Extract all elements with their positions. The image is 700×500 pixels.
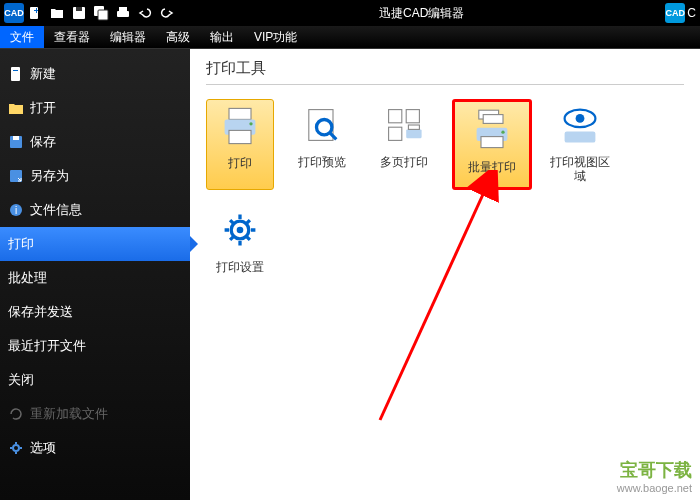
sidebar-item-saveas[interactable]: 另存为 bbox=[0, 159, 190, 193]
redo-icon[interactable] bbox=[156, 2, 178, 24]
save-all-icon[interactable] bbox=[90, 2, 112, 24]
tool-print[interactable]: 打印 bbox=[206, 99, 274, 190]
preview-icon bbox=[300, 103, 344, 147]
tool-printview[interactable]: 打印视图区域 bbox=[546, 99, 614, 190]
content-title: 打印工具 bbox=[206, 59, 684, 85]
tool-label: 打印预览 bbox=[298, 155, 346, 169]
sidebar-item-label: 保存 bbox=[30, 133, 56, 151]
svg-point-20 bbox=[249, 122, 252, 125]
svg-rect-4 bbox=[76, 7, 82, 11]
sidebar-item-save[interactable]: 保存 bbox=[0, 125, 190, 159]
saveas-icon bbox=[8, 168, 24, 184]
content-area: 打印工具 打印 打印预览 多页打印 批量打印 打印视图区域 bbox=[190, 49, 700, 500]
tool-batchprint[interactable]: 批量打印 bbox=[452, 99, 532, 190]
reload-icon bbox=[8, 406, 24, 422]
svg-rect-32 bbox=[481, 137, 503, 148]
tool-label: 多页打印 bbox=[380, 155, 428, 169]
tool-label: 批量打印 bbox=[468, 160, 516, 174]
sidebar-item-label: 另存为 bbox=[30, 167, 69, 185]
open-file-icon[interactable] bbox=[46, 2, 68, 24]
svg-rect-30 bbox=[483, 115, 503, 124]
svg-point-16 bbox=[13, 445, 19, 451]
svg-text:i: i bbox=[15, 205, 17, 216]
new-file-icon[interactable] bbox=[24, 2, 46, 24]
sidebar-item-label: 打印 bbox=[8, 235, 34, 253]
sidebar-item-label: 文件信息 bbox=[30, 201, 82, 219]
titlebar: CAD 迅捷CAD编辑器 CAD C bbox=[0, 0, 700, 26]
svg-rect-19 bbox=[229, 130, 251, 143]
tab-output[interactable]: 输出 bbox=[200, 26, 244, 48]
tab-viewer[interactable]: 查看器 bbox=[44, 26, 100, 48]
menubar: 文件 查看器 编辑器 高级 输出 VIP功能 bbox=[0, 26, 700, 49]
svg-point-35 bbox=[576, 114, 585, 123]
svg-rect-17 bbox=[229, 108, 251, 119]
sidebar-item-reload: 重新加载文件 bbox=[0, 397, 190, 431]
svg-rect-12 bbox=[13, 136, 19, 140]
svg-rect-6 bbox=[98, 10, 108, 20]
tab-advanced[interactable]: 高级 bbox=[156, 26, 200, 48]
svg-rect-8 bbox=[119, 7, 127, 11]
sidebar-item-label: 保存并发送 bbox=[8, 303, 73, 321]
svg-rect-10 bbox=[13, 70, 18, 71]
tool-multipage[interactable]: 多页打印 bbox=[370, 99, 438, 190]
multipage-icon bbox=[382, 103, 426, 147]
sidebar-item-label: 打开 bbox=[30, 99, 56, 117]
sidebar: 新建 打开 保存 另存为 i文件信息 打印 批处理 保存并发送 最近打开文件 关… bbox=[0, 49, 190, 500]
gear-icon bbox=[8, 440, 24, 456]
sidebar-item-recent[interactable]: 最近打开文件 bbox=[0, 329, 190, 363]
sidebar-item-label: 选项 bbox=[30, 439, 56, 457]
new-doc-icon bbox=[8, 66, 24, 82]
svg-rect-9 bbox=[11, 67, 20, 81]
info-icon: i bbox=[8, 202, 24, 218]
sidebar-item-send[interactable]: 保存并发送 bbox=[0, 295, 190, 329]
print-icon[interactable] bbox=[112, 2, 134, 24]
main-area: 新建 打开 保存 另存为 i文件信息 打印 批处理 保存并发送 最近打开文件 关… bbox=[0, 49, 700, 500]
app-logo-icon: CAD bbox=[4, 3, 24, 23]
svg-rect-36 bbox=[565, 132, 596, 143]
svg-rect-28 bbox=[408, 125, 419, 129]
tool-label: 打印视图区域 bbox=[546, 155, 614, 184]
sidebar-item-label: 重新加载文件 bbox=[30, 405, 108, 423]
tool-label: 打印设置 bbox=[216, 260, 264, 274]
svg-rect-2 bbox=[36, 8, 37, 13]
window-title: 迅捷CAD编辑器 bbox=[178, 5, 665, 22]
sidebar-item-options[interactable]: 选项 bbox=[0, 431, 190, 465]
tab-vip[interactable]: VIP功能 bbox=[244, 26, 307, 48]
sidebar-item-new[interactable]: 新建 bbox=[0, 57, 190, 91]
folder-open-icon bbox=[8, 100, 24, 116]
undo-icon[interactable] bbox=[134, 2, 156, 24]
sidebar-item-print[interactable]: 打印 bbox=[0, 227, 190, 261]
sidebar-item-label: 批处理 bbox=[8, 269, 47, 287]
svg-rect-7 bbox=[117, 11, 129, 17]
svg-point-33 bbox=[501, 131, 504, 134]
tool-label: 打印 bbox=[228, 156, 252, 170]
svg-rect-26 bbox=[389, 127, 402, 140]
tool-grid: 打印 打印预览 多页打印 批量打印 打印视图区域 打印设置 bbox=[206, 99, 684, 280]
printsettings-icon bbox=[218, 208, 262, 252]
svg-rect-24 bbox=[389, 110, 402, 123]
printer-icon bbox=[218, 104, 262, 148]
svg-rect-25 bbox=[406, 110, 419, 123]
tool-printsettings[interactable]: 打印设置 bbox=[206, 204, 274, 280]
title-suffix: C bbox=[687, 6, 696, 20]
sidebar-item-label: 新建 bbox=[30, 65, 56, 83]
batchprint-icon bbox=[470, 108, 514, 152]
save-icon[interactable] bbox=[68, 2, 90, 24]
floppy-icon bbox=[8, 134, 24, 150]
tool-preview[interactable]: 打印预览 bbox=[288, 99, 356, 190]
tab-file[interactable]: 文件 bbox=[0, 26, 44, 48]
sidebar-item-label: 关闭 bbox=[8, 371, 34, 389]
sidebar-item-open[interactable]: 打开 bbox=[0, 91, 190, 125]
sidebar-item-label: 最近打开文件 bbox=[8, 337, 86, 355]
printview-icon bbox=[558, 103, 602, 147]
svg-rect-27 bbox=[406, 129, 421, 138]
sidebar-item-close[interactable]: 关闭 bbox=[0, 363, 190, 397]
cad-badge-icon: CAD bbox=[665, 3, 685, 23]
tab-editor[interactable]: 编辑器 bbox=[100, 26, 156, 48]
sidebar-item-info[interactable]: i文件信息 bbox=[0, 193, 190, 227]
svg-point-38 bbox=[237, 226, 244, 233]
sidebar-item-batch[interactable]: 批处理 bbox=[0, 261, 190, 295]
